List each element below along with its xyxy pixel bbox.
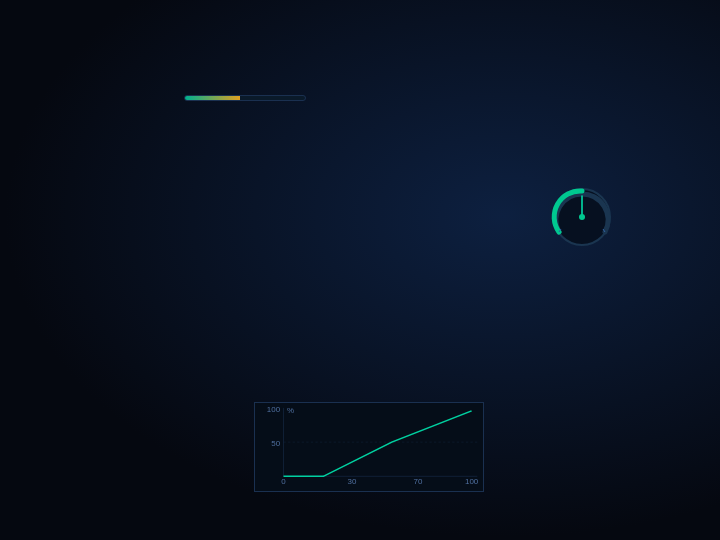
- cpu-fan-chart: 100 50 0 30 70 100 %: [254, 402, 484, 492]
- svg-text:50: 50: [271, 440, 280, 448]
- svg-text:%: %: [287, 406, 295, 414]
- svg-text:100: 100: [465, 478, 478, 486]
- svg-text:30: 30: [347, 478, 356, 486]
- temp-fill: [185, 96, 240, 100]
- svg-point-15: [579, 214, 585, 220]
- gauge-display: [547, 182, 617, 252]
- svg-text:100: 100: [267, 405, 280, 413]
- svg-text:70: 70: [414, 478, 423, 486]
- svg-text:0: 0: [281, 478, 285, 486]
- temp-bar: [184, 95, 306, 101]
